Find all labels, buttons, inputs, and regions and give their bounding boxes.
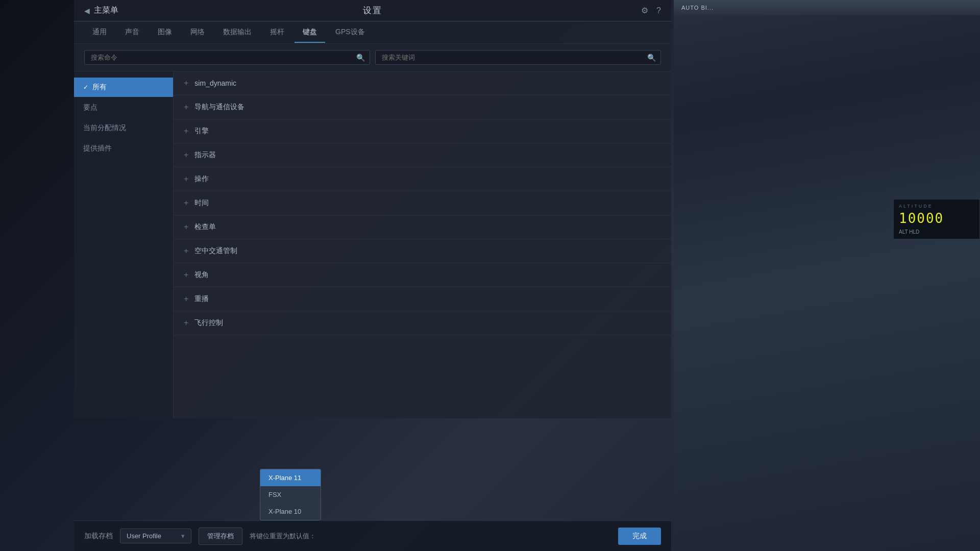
- content-area: 所有 要点 当前分配情况 提供插件 + sim_dynamic + 导航与通信设…: [74, 71, 671, 418]
- command-search-input[interactable]: [84, 50, 370, 65]
- expand-icon-5: +: [184, 198, 188, 208]
- chevron-down-icon: ▾: [181, 532, 185, 540]
- keyword-search-wrap: 🔍: [375, 50, 661, 65]
- sidebar-item-keypoints[interactable]: 要点: [74, 98, 173, 117]
- tab-keyboard[interactable]: 键盘: [295, 22, 325, 43]
- sidebar-item-plugins[interactable]: 提供插件: [74, 139, 173, 158]
- expand-icon-1: +: [184, 103, 188, 112]
- expand-icon-9: +: [184, 294, 188, 304]
- list-item-label-4: 操作: [194, 174, 209, 184]
- dropdown-option-xplane11[interactable]: X-Plane 11: [260, 469, 321, 486]
- expand-icon-6: +: [184, 222, 188, 232]
- list-item[interactable]: + 飞行控制: [174, 311, 671, 335]
- altitude-label: ALTITUDE: [899, 204, 974, 209]
- list-item[interactable]: + sim_dynamic: [174, 71, 671, 95]
- expand-icon-10: +: [184, 318, 188, 328]
- tab-joystick[interactable]: 摇杆: [262, 22, 292, 43]
- keyword-search-input[interactable]: [375, 50, 661, 65]
- list-item-label-10: 飞行控制: [194, 318, 223, 328]
- tab-data-output[interactable]: 数据输出: [215, 22, 260, 43]
- settings-icon[interactable]: ⚙: [641, 6, 648, 15]
- list-item-label-0: sim_dynamic: [194, 79, 236, 87]
- list-item-label-5: 时间: [194, 198, 209, 208]
- sidebar-item-current[interactable]: 当前分配情况: [74, 118, 173, 138]
- expand-icon-8: +: [184, 270, 188, 280]
- expand-icon-0: +: [184, 79, 188, 88]
- settings-panel: ◀ 主菜单 设置 ⚙ ? 通用 声音 图像 网络 数据输出 摇杆 键盘 GPS设…: [74, 0, 671, 418]
- list-item[interactable]: + 视角: [174, 263, 671, 287]
- command-search-wrap: 🔍: [84, 50, 370, 65]
- tab-general[interactable]: 通用: [84, 22, 115, 43]
- cockpit-right-panel: AUTO BI... ALTITUDE 10000 ALT HLD: [674, 0, 980, 551]
- page-title: 设置: [363, 5, 382, 16]
- list-item-label-7: 空中交通管制: [194, 246, 237, 256]
- sidebar: 所有 要点 当前分配情况 提供插件: [74, 71, 174, 418]
- dropdown-option-xplane10[interactable]: X-Plane 10: [260, 503, 321, 520]
- list-item[interactable]: + 检查单: [174, 215, 671, 239]
- command-search-icon: 🔍: [356, 54, 365, 62]
- list-item[interactable]: + 引擎: [174, 119, 671, 143]
- back-button[interactable]: ◀ 主菜单: [84, 5, 118, 16]
- list-item[interactable]: + 时间: [174, 191, 671, 215]
- profile-dropdown[interactable]: User Profile ▾: [120, 529, 191, 543]
- profile-value: User Profile: [127, 532, 161, 540]
- list-item[interactable]: + 导航与通信设备: [174, 95, 671, 119]
- keyword-search-icon: 🔍: [647, 54, 656, 62]
- back-arrow-icon: ◀: [84, 7, 90, 15]
- reset-label: 将键位重置为默认值：: [250, 532, 316, 541]
- expand-icon-2: +: [184, 127, 188, 136]
- done-button[interactable]: 完成: [618, 528, 661, 545]
- title-bar: ◀ 主菜单 设置 ⚙ ?: [74, 0, 671, 21]
- list-item-label-9: 重播: [194, 294, 209, 304]
- profile-dropdown-popup: X-Plane 11 FSX X-Plane 10: [260, 469, 321, 520]
- list-item-label-2: 引擎: [194, 127, 209, 136]
- search-row: 🔍 🔍: [74, 44, 671, 71]
- dropdown-option-fsx[interactable]: FSX: [260, 486, 321, 503]
- load-label: 加载存档: [84, 532, 113, 541]
- list-item-label-3: 指示器: [194, 151, 216, 160]
- title-bar-icons: ⚙ ?: [641, 6, 661, 15]
- list-item[interactable]: + 重播: [174, 287, 671, 311]
- tab-gps[interactable]: GPS设备: [327, 22, 373, 43]
- expand-icon-7: +: [184, 246, 188, 256]
- footer-bar: 加载存档 User Profile ▾ 管理存档 将键位重置为默认值： 完成: [74, 520, 671, 551]
- cockpit-top-bar: AUTO BI...: [681, 5, 714, 11]
- list-item-label-6: 检查单: [194, 222, 216, 232]
- alt-hold-label: ALT HLD: [899, 229, 974, 235]
- expand-icon-4: +: [184, 174, 188, 184]
- tab-graphics[interactable]: 图像: [150, 22, 180, 43]
- sidebar-item-all[interactable]: 所有: [74, 78, 173, 97]
- list-item[interactable]: + 指示器: [174, 143, 671, 167]
- help-icon[interactable]: ?: [656, 6, 661, 15]
- expand-icon-3: +: [184, 151, 188, 160]
- altitude-value: 10000: [899, 211, 974, 226]
- main-list: + sim_dynamic + 导航与通信设备 + 引擎 + 指示器 + 操作 …: [174, 71, 671, 418]
- list-item-label-8: 视角: [194, 270, 209, 280]
- list-item[interactable]: + 空中交通管制: [174, 239, 671, 263]
- back-label: 主菜单: [94, 5, 118, 16]
- tab-sound[interactable]: 声音: [117, 22, 148, 43]
- manage-button[interactable]: 管理存档: [199, 528, 242, 545]
- nav-tabs: 通用 声音 图像 网络 数据输出 摇杆 键盘 GPS设备: [74, 21, 671, 44]
- tab-network[interactable]: 网络: [182, 22, 213, 43]
- list-item[interactable]: + 操作: [174, 167, 671, 191]
- list-item-label-1: 导航与通信设备: [194, 103, 244, 112]
